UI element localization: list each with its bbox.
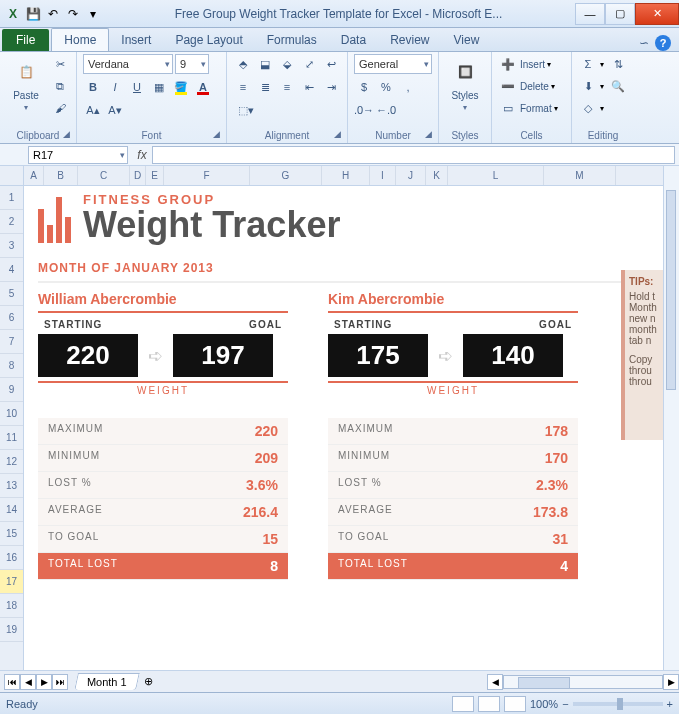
col-header[interactable]: F [164,166,250,185]
next-sheet-icon[interactable]: ▶ [36,674,52,690]
page-layout-view-icon[interactable] [478,696,500,712]
help-icon[interactable]: ? [655,35,671,51]
align-center-icon[interactable]: ≣ [255,77,275,97]
cut-icon[interactable]: ✂ [50,54,70,74]
zoom-in-icon[interactable]: + [667,698,673,710]
vertical-scrollbar[interactable] [663,166,679,670]
tab-formulas[interactable]: Formulas [255,29,329,51]
font-family-combo[interactable]: Verdana [83,54,173,74]
sheet-tab[interactable]: Month 1 [74,673,139,690]
row-header[interactable]: 12 [0,450,23,474]
horizontal-scrollbar[interactable]: ◀▶ [487,674,679,690]
row-header[interactable]: 18 [0,594,23,618]
underline-button[interactable]: U [127,77,147,97]
col-header[interactable]: G [250,166,322,185]
orientation-icon[interactable]: ⤢ [299,54,319,74]
row-header[interactable]: 5 [0,282,23,306]
formula-input[interactable] [152,146,675,164]
file-tab[interactable]: File [2,29,49,51]
redo-icon[interactable]: ↷ [64,5,82,23]
row-header[interactable]: 4 [0,258,23,282]
col-header[interactable]: J [396,166,426,185]
fill-icon[interactable]: ⬇ [578,76,598,96]
col-header[interactable]: I [370,166,396,185]
increase-decimal-icon[interactable]: .0→ [354,100,374,120]
tab-data[interactable]: Data [329,29,378,51]
dialog-launcher-icon[interactable]: ◢ [213,129,220,139]
paste-button[interactable]: 📋 Paste ▾ [6,54,46,114]
close-button[interactable]: ✕ [635,3,679,25]
copy-icon[interactable]: ⧉ [50,76,70,96]
normal-view-icon[interactable] [452,696,474,712]
first-sheet-icon[interactable]: ⏮ [4,674,20,690]
col-header[interactable]: M [544,166,616,185]
sort-filter-icon[interactable]: ⇅ [608,54,628,74]
row-header[interactable]: 17 [0,570,23,594]
font-size-combo[interactable]: 9 [175,54,209,74]
row-header[interactable]: 3 [0,234,23,258]
row-header[interactable]: 6 [0,306,23,330]
dialog-launcher-icon[interactable]: ◢ [63,129,70,139]
row-header[interactable]: 2 [0,210,23,234]
tab-page-layout[interactable]: Page Layout [163,29,254,51]
minimize-button[interactable]: — [575,3,605,25]
save-icon[interactable]: 💾 [24,5,42,23]
align-right-icon[interactable]: ≡ [277,77,297,97]
autosum-icon[interactable]: Σ [578,54,598,74]
decrease-indent-icon[interactable]: ⇤ [299,77,319,97]
bold-button[interactable]: B [83,77,103,97]
col-header[interactable]: E [146,166,164,185]
col-header[interactable]: L [448,166,544,185]
styles-button[interactable]: 🔲 Styles ▾ [445,54,485,114]
decrease-font-icon[interactable]: A▾ [105,100,125,120]
row-header[interactable]: 8 [0,354,23,378]
merge-center-icon[interactable]: ⬚▾ [233,100,259,120]
decrease-decimal-icon[interactable]: ←.0 [376,100,396,120]
minimize-ribbon-icon[interactable]: ∽ [639,36,649,50]
align-middle-icon[interactable]: ⬓ [255,54,275,74]
number-format-combo[interactable]: General [354,54,432,74]
row-header[interactable]: 13 [0,474,23,498]
col-header[interactable]: D [130,166,146,185]
sheet-canvas[interactable]: FITNESS GROUP Weight Tracker MONTH OF JA… [24,186,663,670]
new-sheet-icon[interactable]: ⊕ [144,675,153,688]
increase-indent-icon[interactable]: ⇥ [321,77,341,97]
align-left-icon[interactable]: ≡ [233,77,253,97]
row-header[interactable]: 14 [0,498,23,522]
col-header[interactable]: K [426,166,448,185]
undo-icon[interactable]: ↶ [44,5,62,23]
zoom-slider[interactable] [573,702,663,706]
tab-view[interactable]: View [442,29,492,51]
dialog-launcher-icon[interactable]: ◢ [425,129,432,139]
col-header[interactable]: H [322,166,370,185]
find-select-icon[interactable]: 🔍 [608,76,628,96]
insert-cells-icon[interactable]: ➕ [498,54,518,74]
align-bottom-icon[interactable]: ⬙ [277,54,297,74]
row-header[interactable]: 11 [0,426,23,450]
last-sheet-icon[interactable]: ⏭ [52,674,68,690]
row-header[interactable]: 15 [0,522,23,546]
italic-button[interactable]: I [105,77,125,97]
delete-cells-icon[interactable]: ➖ [498,76,518,96]
border-button[interactable]: ▦ [149,77,169,97]
row-header[interactable]: 9 [0,378,23,402]
currency-icon[interactable]: $ [354,77,374,97]
format-label[interactable]: Format [520,103,552,114]
row-header[interactable]: 19 [0,618,23,642]
maximize-button[interactable]: ▢ [605,3,635,25]
tab-insert[interactable]: Insert [109,29,163,51]
select-all-corner[interactable] [0,166,23,186]
row-header[interactable]: 10 [0,402,23,426]
format-painter-icon[interactable]: 🖌 [50,98,70,118]
font-color-button[interactable]: A [193,77,213,97]
comma-icon[interactable]: , [398,77,418,97]
col-header[interactable]: B [44,166,78,185]
page-break-view-icon[interactable] [504,696,526,712]
percent-icon[interactable]: % [376,77,396,97]
row-header[interactable]: 16 [0,546,23,570]
tab-review[interactable]: Review [378,29,441,51]
format-cells-icon[interactable]: ▭ [498,98,518,118]
align-top-icon[interactable]: ⬘ [233,54,253,74]
dialog-launcher-icon[interactable]: ◢ [334,129,341,139]
prev-sheet-icon[interactable]: ◀ [20,674,36,690]
